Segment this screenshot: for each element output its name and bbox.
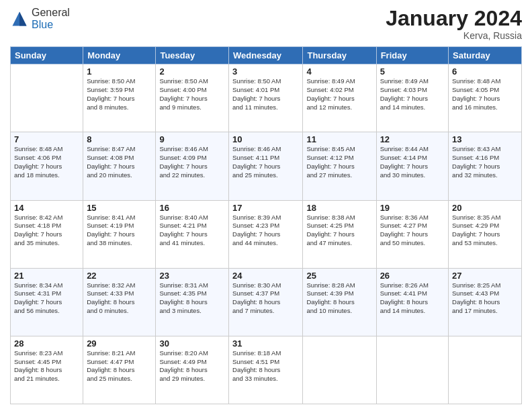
calendar-cell: 15Sunrise: 8:41 AM Sunset: 4:19 PM Dayli… bbox=[83, 200, 156, 268]
location: Kerva, Russia bbox=[386, 30, 522, 41]
header: General Blue January 2024 Kerva, Russia bbox=[10, 7, 522, 41]
week-row-2: 7Sunrise: 8:48 AM Sunset: 4:06 PM Daylig… bbox=[11, 132, 522, 200]
day-number: 21 bbox=[14, 271, 79, 281]
day-number: 1 bbox=[87, 66, 152, 77]
day-info: Sunrise: 8:39 AM Sunset: 4:23 PM Dayligh… bbox=[232, 214, 299, 248]
day-info: Sunrise: 8:23 AM Sunset: 4:45 PM Dayligh… bbox=[14, 349, 79, 383]
calendar-cell: 24Sunrise: 8:30 AM Sunset: 4:37 PM Dayli… bbox=[229, 268, 303, 336]
day-info: Sunrise: 8:20 AM Sunset: 4:49 PM Dayligh… bbox=[159, 349, 225, 383]
day-info: Sunrise: 8:49 AM Sunset: 4:03 PM Dayligh… bbox=[380, 77, 445, 111]
day-info: Sunrise: 8:38 AM Sunset: 4:25 PM Dayligh… bbox=[306, 214, 372, 248]
day-info: Sunrise: 8:45 AM Sunset: 4:12 PM Dayligh… bbox=[306, 145, 372, 179]
day-number: 16 bbox=[159, 203, 225, 213]
day-info: Sunrise: 8:48 AM Sunset: 4:06 PM Dayligh… bbox=[14, 145, 79, 179]
day-number: 17 bbox=[232, 203, 299, 213]
day-info: Sunrise: 8:21 AM Sunset: 4:47 PM Dayligh… bbox=[87, 349, 152, 383]
calendar-cell: 31Sunrise: 8:18 AM Sunset: 4:51 PM Dayli… bbox=[229, 336, 303, 404]
day-number: 18 bbox=[306, 203, 372, 213]
calendar-cell: 14Sunrise: 8:42 AM Sunset: 4:18 PM Dayli… bbox=[11, 200, 83, 268]
day-info: Sunrise: 8:47 AM Sunset: 4:08 PM Dayligh… bbox=[87, 145, 152, 179]
calendar-cell: 1Sunrise: 8:50 AM Sunset: 3:59 PM Daylig… bbox=[83, 64, 156, 132]
calendar-cell: 17Sunrise: 8:39 AM Sunset: 4:23 PM Dayli… bbox=[229, 200, 303, 268]
day-info: Sunrise: 8:41 AM Sunset: 4:19 PM Dayligh… bbox=[87, 214, 152, 248]
calendar-cell: 29Sunrise: 8:21 AM Sunset: 4:47 PM Dayli… bbox=[83, 336, 156, 404]
calendar-cell bbox=[449, 336, 522, 404]
day-number: 22 bbox=[87, 271, 152, 281]
day-info: Sunrise: 8:25 AM Sunset: 4:43 PM Dayligh… bbox=[452, 281, 518, 316]
day-header-friday: Friday bbox=[376, 47, 448, 64]
logo-text: General Blue bbox=[32, 7, 70, 31]
calendar-cell bbox=[376, 336, 448, 404]
day-info: Sunrise: 8:49 AM Sunset: 4:02 PM Dayligh… bbox=[306, 77, 372, 111]
day-info: Sunrise: 8:32 AM Sunset: 4:33 PM Dayligh… bbox=[87, 281, 152, 316]
day-number: 11 bbox=[306, 134, 372, 144]
day-info: Sunrise: 8:50 AM Sunset: 4:01 PM Dayligh… bbox=[232, 77, 299, 111]
day-number: 20 bbox=[452, 203, 518, 213]
day-info: Sunrise: 8:43 AM Sunset: 4:16 PM Dayligh… bbox=[452, 145, 518, 179]
calendar-cell: 22Sunrise: 8:32 AM Sunset: 4:33 PM Dayli… bbox=[83, 268, 156, 336]
logo-blue: Blue bbox=[32, 19, 53, 30]
day-number: 9 bbox=[159, 134, 225, 144]
logo-icon bbox=[10, 9, 29, 28]
day-number: 7 bbox=[14, 134, 79, 144]
logo: General Blue bbox=[10, 7, 70, 31]
day-number: 10 bbox=[232, 134, 299, 144]
day-number: 28 bbox=[14, 338, 79, 349]
day-header-saturday: Saturday bbox=[449, 47, 522, 64]
day-number: 26 bbox=[380, 271, 445, 281]
day-number: 30 bbox=[159, 338, 225, 349]
calendar-cell: 30Sunrise: 8:20 AM Sunset: 4:49 PM Dayli… bbox=[156, 336, 229, 404]
day-header-wednesday: Wednesday bbox=[229, 47, 303, 64]
calendar-cell: 16Sunrise: 8:40 AM Sunset: 4:21 PM Dayli… bbox=[156, 200, 229, 268]
calendar-cell: 20Sunrise: 8:35 AM Sunset: 4:29 PM Dayli… bbox=[449, 200, 522, 268]
day-header-sunday: Sunday bbox=[11, 47, 83, 64]
day-number: 8 bbox=[87, 134, 152, 144]
day-number: 5 bbox=[380, 66, 445, 77]
calendar-cell: 2Sunrise: 8:50 AM Sunset: 4:00 PM Daylig… bbox=[156, 64, 229, 132]
day-info: Sunrise: 8:36 AM Sunset: 4:27 PM Dayligh… bbox=[380, 214, 445, 248]
calendar-cell: 21Sunrise: 8:34 AM Sunset: 4:31 PM Dayli… bbox=[11, 268, 83, 336]
day-info: Sunrise: 8:26 AM Sunset: 4:41 PM Dayligh… bbox=[380, 281, 445, 316]
calendar-cell: 25Sunrise: 8:28 AM Sunset: 4:39 PM Dayli… bbox=[303, 268, 376, 336]
calendar-cell bbox=[303, 336, 376, 404]
day-number: 13 bbox=[452, 134, 518, 144]
calendar-cell: 7Sunrise: 8:48 AM Sunset: 4:06 PM Daylig… bbox=[11, 132, 83, 200]
week-row-1: 1Sunrise: 8:50 AM Sunset: 3:59 PM Daylig… bbox=[11, 64, 522, 132]
day-header-thursday: Thursday bbox=[303, 47, 376, 64]
day-info: Sunrise: 8:28 AM Sunset: 4:39 PM Dayligh… bbox=[306, 281, 372, 316]
week-row-4: 21Sunrise: 8:34 AM Sunset: 4:31 PM Dayli… bbox=[11, 268, 522, 336]
calendar-cell bbox=[11, 64, 83, 132]
day-number: 4 bbox=[306, 66, 372, 77]
day-number: 29 bbox=[87, 338, 152, 349]
day-number: 6 bbox=[452, 66, 518, 77]
calendar-cell: 11Sunrise: 8:45 AM Sunset: 4:12 PM Dayli… bbox=[303, 132, 376, 200]
calendar-cell: 12Sunrise: 8:44 AM Sunset: 4:14 PM Dayli… bbox=[376, 132, 448, 200]
calendar-header-row: SundayMondayTuesdayWednesdayThursdayFrid… bbox=[11, 47, 522, 64]
day-number: 25 bbox=[306, 271, 372, 281]
day-number: 2 bbox=[159, 66, 225, 77]
day-header-monday: Monday bbox=[83, 47, 156, 64]
day-info: Sunrise: 8:31 AM Sunset: 4:35 PM Dayligh… bbox=[159, 281, 225, 316]
calendar-cell: 10Sunrise: 8:46 AM Sunset: 4:11 PM Dayli… bbox=[229, 132, 303, 200]
calendar-cell: 18Sunrise: 8:38 AM Sunset: 4:25 PM Dayli… bbox=[303, 200, 376, 268]
month-title: January 2024 bbox=[386, 7, 522, 30]
calendar-cell: 13Sunrise: 8:43 AM Sunset: 4:16 PM Dayli… bbox=[449, 132, 522, 200]
day-number: 19 bbox=[380, 203, 445, 213]
page: General Blue January 2024 Kerva, Russia … bbox=[0, 0, 532, 411]
day-info: Sunrise: 8:18 AM Sunset: 4:51 PM Dayligh… bbox=[232, 349, 299, 383]
day-info: Sunrise: 8:50 AM Sunset: 3:59 PM Dayligh… bbox=[87, 77, 152, 111]
logo-general: General bbox=[32, 7, 70, 18]
day-number: 24 bbox=[232, 271, 299, 281]
day-info: Sunrise: 8:40 AM Sunset: 4:21 PM Dayligh… bbox=[159, 214, 225, 248]
title-block: January 2024 Kerva, Russia bbox=[386, 7, 522, 41]
calendar-cell: 8Sunrise: 8:47 AM Sunset: 4:08 PM Daylig… bbox=[83, 132, 156, 200]
day-number: 3 bbox=[232, 66, 299, 77]
day-number: 23 bbox=[159, 271, 225, 281]
day-number: 27 bbox=[452, 271, 518, 281]
day-info: Sunrise: 8:44 AM Sunset: 4:14 PM Dayligh… bbox=[380, 145, 445, 179]
calendar-cell: 27Sunrise: 8:25 AM Sunset: 4:43 PM Dayli… bbox=[449, 268, 522, 336]
day-info: Sunrise: 8:34 AM Sunset: 4:31 PM Dayligh… bbox=[14, 281, 79, 316]
day-info: Sunrise: 8:46 AM Sunset: 4:11 PM Dayligh… bbox=[232, 145, 299, 179]
day-info: Sunrise: 8:50 AM Sunset: 4:00 PM Dayligh… bbox=[159, 77, 225, 111]
calendar-table: SundayMondayTuesdayWednesdayThursdayFrid… bbox=[10, 46, 522, 404]
